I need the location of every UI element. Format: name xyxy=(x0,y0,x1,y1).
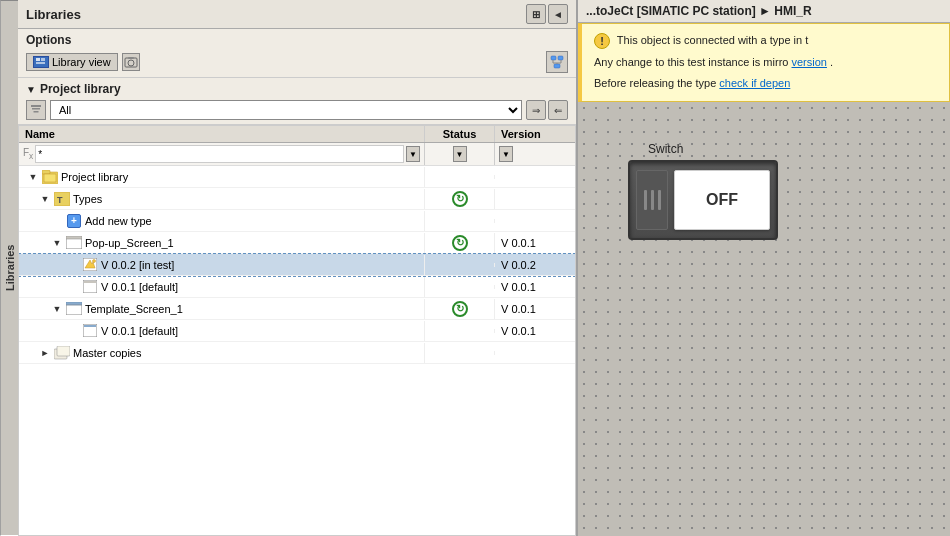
col-status-header: Status xyxy=(425,126,495,142)
project-lib-icon xyxy=(42,169,58,185)
row-label-v001a: V 0.0.1 [default] xyxy=(101,281,178,293)
filter-actions: ⇒ ⇐ xyxy=(526,100,568,120)
row-status-v001a xyxy=(425,285,495,289)
row-name-template: ▼ Template_Screen_1 xyxy=(19,299,425,319)
col-version-header: Version xyxy=(495,126,575,142)
v001b-icon xyxy=(82,323,98,339)
row-label-template: Template_Screen_1 xyxy=(85,303,183,315)
svg-point-25 xyxy=(93,260,96,263)
options-row: Library view xyxy=(26,51,568,73)
types-icon: T xyxy=(54,191,70,207)
sync-icon-types xyxy=(452,191,468,207)
check-deps-link[interactable]: check if depen xyxy=(719,77,790,89)
switch-lines xyxy=(636,170,668,230)
svg-rect-7 xyxy=(558,56,563,60)
breadcrumb: ...toJeCt [SIMATIC PC station] ► HMI_R xyxy=(586,4,812,18)
row-name-popup: ▼ Pop-up_Screen_1 xyxy=(19,233,425,253)
status-sort-button[interactable]: ▼ xyxy=(453,146,467,162)
row-version-popup: V 0.0.1 xyxy=(495,235,575,251)
expand-popup[interactable]: ▼ xyxy=(51,237,63,249)
filter-back-icon[interactable]: ⇐ xyxy=(548,100,568,120)
switch-line-3 xyxy=(658,190,661,210)
project-library-section: ▼ Project library All ⇒ ⇐ xyxy=(18,78,576,125)
svg-rect-5 xyxy=(128,57,134,59)
switch-state-label: OFF xyxy=(706,191,738,209)
table-row[interactable]: ▼ Project library xyxy=(19,166,575,188)
table-row[interactable]: ▶ V 0.0.2 [in test] V 0.0.2 xyxy=(19,254,575,276)
row-status-template xyxy=(425,299,495,319)
canvas-area: Switch OFF xyxy=(578,102,950,536)
version-sort-button[interactable]: ▼ xyxy=(499,146,513,162)
svg-rect-17 xyxy=(42,170,50,174)
row-version-v002: V 0.0.2 xyxy=(495,257,575,273)
svg-rect-8 xyxy=(554,64,560,68)
svg-rect-15 xyxy=(34,111,39,113)
libraries-tab[interactable]: Libraries xyxy=(0,0,18,536)
library-view-button[interactable]: Library view xyxy=(26,53,118,71)
row-version-v001b: V 0.0.1 xyxy=(495,323,575,339)
warning-line3: Before releasing the type check if depen xyxy=(594,75,937,93)
table-row[interactable]: ▶ + Add new type xyxy=(19,210,575,232)
project-library-label: Project library xyxy=(40,82,121,96)
open-library-icon[interactable] xyxy=(122,53,140,71)
panel-header: Libraries ⊞ ◄ xyxy=(18,0,576,29)
sync-icon-template xyxy=(452,301,468,317)
table-row[interactable]: ► Master copies xyxy=(19,342,575,364)
row-label-v001b: V 0.0.1 [default] xyxy=(101,325,178,337)
svg-rect-14 xyxy=(32,108,40,110)
expand-types[interactable]: ▼ xyxy=(39,193,51,205)
row-label-popup: Pop-up_Screen_1 xyxy=(85,237,174,249)
table-row[interactable]: ▼ Pop-up_Screen_1 V 0.0.1 xyxy=(19,232,575,254)
switch-body[interactable]: OFF xyxy=(628,160,778,240)
svg-rect-18 xyxy=(44,174,56,182)
master-copies-icon xyxy=(54,345,70,361)
filter-fx-label: Fx xyxy=(23,147,33,161)
name-filter-input[interactable] xyxy=(35,145,404,163)
row-label-project-lib: Project library xyxy=(61,171,128,183)
panel-header-icons: ⊞ ◄ xyxy=(526,4,568,24)
add-type-icon: + xyxy=(66,213,82,229)
col-name-header: Name xyxy=(19,126,425,142)
v001a-icon xyxy=(82,279,98,295)
svg-rect-32 xyxy=(84,325,96,327)
name-sort-button[interactable]: ▼ xyxy=(406,146,420,162)
filter-icon[interactable] xyxy=(26,100,46,120)
expand-project-lib[interactable]: ▼ xyxy=(27,171,39,183)
row-label-master-copies: Master copies xyxy=(73,347,141,359)
row-status-add-type xyxy=(425,219,495,223)
filter-forward-icon[interactable]: ⇒ xyxy=(526,100,546,120)
right-panel: ...toJeCt [SIMATIC PC station] ► HMI_R !… xyxy=(578,0,950,536)
expand-master-copies[interactable]: ► xyxy=(39,347,51,359)
table-row[interactable]: ▼ T Types xyxy=(19,188,575,210)
table-row[interactable]: ▼ Template_Screen_1 V 0.0.1 xyxy=(19,298,575,320)
expand-template[interactable]: ▼ xyxy=(51,303,63,315)
filter-select[interactable]: All xyxy=(50,100,522,120)
svg-rect-27 xyxy=(84,281,96,283)
svg-text:T: T xyxy=(57,195,63,205)
network-settings-icon[interactable] xyxy=(546,51,568,73)
version-link[interactable]: version xyxy=(792,56,827,68)
switch-label: Switch xyxy=(648,142,683,156)
svg-rect-22 xyxy=(66,236,82,239)
library-view-label: Library view xyxy=(52,56,111,68)
warning-icon: ! xyxy=(594,33,610,49)
row-status-v001b xyxy=(425,329,495,333)
row-status-v002 xyxy=(425,263,495,267)
collapse-panel-icon[interactable]: ◄ xyxy=(548,4,568,24)
warning-line2: Any change to this test instance is mirr… xyxy=(594,54,937,72)
status-filter-cell: ▼ xyxy=(425,143,495,165)
table-row[interactable]: ▶ V 0.0.1 [default] V 0.0.1 xyxy=(19,320,575,342)
switch-off-button[interactable]: OFF xyxy=(674,170,770,230)
row-label-types: Types xyxy=(73,193,102,205)
row-name-add-type: ▶ + Add new type xyxy=(19,211,425,231)
table-row[interactable]: ▶ V 0.0.1 [default] V 0.0.1 xyxy=(19,276,575,298)
row-status-popup xyxy=(425,233,495,253)
tree-table: Name Status Version Fx ▼ ▼ ▼ ▼ xyxy=(18,125,576,536)
project-library-chevron[interactable]: ▼ xyxy=(26,84,36,95)
pin-icon[interactable]: ⊞ xyxy=(526,4,546,24)
switch-line-1 xyxy=(644,190,647,210)
row-version-v001a: V 0.0.1 xyxy=(495,279,575,295)
filter-inline-row: Fx ▼ ▼ ▼ xyxy=(19,143,575,166)
svg-rect-1 xyxy=(41,58,45,61)
svg-point-4 xyxy=(128,60,134,66)
